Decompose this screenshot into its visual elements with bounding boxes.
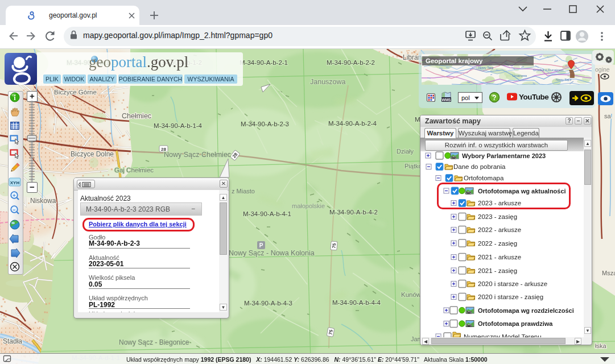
svg-text:?: ? bbox=[492, 94, 496, 102]
svg-text:2022 - arkusze: 2022 - arkusze bbox=[478, 226, 521, 233]
svg-text:2020 i starsze - zasięg: 2020 i starsze - zasięg bbox=[478, 293, 543, 300]
svg-text:XYH: XYH bbox=[10, 180, 20, 185]
svg-text:−: − bbox=[13, 207, 15, 213]
svg-text:sa: sa bbox=[604, 113, 612, 119]
svg-text:Limanowa: Limanowa bbox=[513, 74, 527, 77]
svg-text:UTG: UTG bbox=[467, 324, 472, 327]
svg-text:Gaj Chełmiec: Gaj Chełmiec bbox=[114, 167, 154, 173]
svg-text:Nowy Targ: Nowy Targ bbox=[478, 66, 493, 69]
svg-text:Nowy Sącz Chełmiec: Nowy Sącz Chełmiec bbox=[164, 151, 231, 159]
svg-text:2021 - zasięg: 2021 - zasięg bbox=[478, 267, 517, 274]
svg-text:pol: pol bbox=[461, 94, 470, 101]
svg-text:YouTube: YouTube bbox=[519, 93, 549, 101]
svg-text:WMS: WMS bbox=[442, 98, 452, 102]
svg-text:małopolskie: małopolskie bbox=[292, 202, 325, 209]
svg-text:Działy: Działy bbox=[397, 148, 414, 155]
svg-text:UTG: UTG bbox=[467, 311, 472, 314]
svg-text:2020 i starsze - arkusze: 2020 i starsze - arkusze bbox=[478, 280, 547, 287]
svg-text:Gródek n.Dunajcem: Gródek n.Dunajcem bbox=[533, 68, 563, 72]
svg-text:75: 75 bbox=[332, 243, 337, 249]
svg-text:P: P bbox=[259, 242, 263, 249]
svg-text:Kunów: Kunów bbox=[401, 291, 422, 298]
svg-text:M-34-90-A-b-4-1: M-34-90-A-b-4-1 bbox=[243, 210, 291, 217]
svg-text:Biczyce Dolne: Biczyce Dolne bbox=[71, 150, 114, 158]
svg-text:łska: łska bbox=[595, 342, 606, 349]
svg-text:Numeryczny Model Terenu: Numeryczny Model Terenu bbox=[464, 333, 542, 337]
svg-text:Biczyce Górne: Biczyce Górne bbox=[54, 89, 97, 96]
svg-text:Ortofotomapa wg rozdzielczości: Ortofotomapa wg rozdzielczości bbox=[478, 307, 574, 314]
svg-text:M-34-90-A-b-2-1: M-34-90-A-b-2-1 bbox=[240, 59, 288, 66]
svg-text:M-34-90-A-b-2-3: M-34-90-A-b-2-3 bbox=[241, 121, 289, 127]
svg-text:2021 - arkusze: 2021 - arkusze bbox=[478, 254, 521, 260]
svg-text:Stadła: Stadła bbox=[3, 337, 22, 345]
svg-text:Dane do pobrania: Dane do pobrania bbox=[453, 163, 506, 170]
svg-text:M-34-90-A-b-4-4: M-34-90-A-b-4-4 bbox=[332, 299, 381, 306]
svg-text:Ortofotomapa: Ortofotomapa bbox=[464, 175, 504, 181]
svg-text:Ortofotomapa prawdziwa: Ortofotomapa prawdziwa bbox=[478, 320, 553, 327]
svg-text:z Miasto: z Miasto bbox=[232, 188, 255, 195]
svg-text:Januszowa: Januszowa bbox=[310, 78, 346, 86]
svg-text:Nowy Sącz: Nowy Sącz bbox=[556, 78, 572, 81]
svg-text:2023 - zasięg: 2023 - zasięg bbox=[478, 213, 517, 220]
svg-text:M-34-90-A-b-2-2: M-34-90-A-b-2-2 bbox=[327, 59, 375, 66]
svg-text:Wybory Parlamentarne 2023: Wybory Parlamentarne 2023 bbox=[462, 152, 546, 159]
svg-text:Nowy Sącz - Biegonice: Nowy Sącz - Biegonice bbox=[119, 338, 189, 346]
svg-text:Nowy Sącz - Nowa Kolonia: Nowy Sącz - Nowa Kolonia bbox=[229, 249, 315, 257]
svg-text:Msza: Msza bbox=[602, 270, 615, 276]
svg-text:M-34-90-A-b-4-3: M-34-90-A-b-4-3 bbox=[244, 300, 292, 307]
svg-text:+: + bbox=[13, 193, 15, 198]
svg-text:M-34-90-A-b-4-2: M-34-90-A-b-4-2 bbox=[329, 209, 378, 216]
svg-text:M-34-90-A-b-1-4: M-34-90-A-b-1-4 bbox=[154, 122, 203, 129]
svg-text:Chełmiec: Chełmiec bbox=[122, 112, 151, 120]
svg-text:Niskowa: Niskowa bbox=[30, 197, 56, 205]
svg-text:2022 - zasięg: 2022 - zasięg bbox=[478, 240, 517, 247]
svg-text:UTG: UTG bbox=[451, 156, 457, 159]
svg-text:M-34-90-A-b-2-4: M-34-90-A-b-2-4 bbox=[328, 120, 377, 127]
